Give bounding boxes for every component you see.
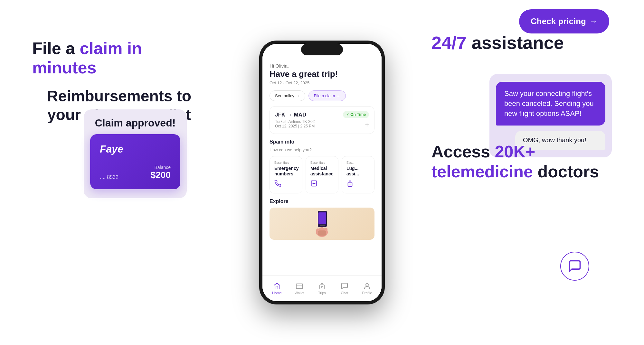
nav-chat[interactable]: Chat bbox=[333, 282, 356, 295]
phone-mockup: Hi Olivia, Have a great trip! Oct 12 - O… bbox=[254, 0, 390, 345]
assistance-headline: 24/7 assistance bbox=[431, 32, 618, 53]
phone-screen: Hi Olivia, Have a great trip! Oct 12 - O… bbox=[262, 44, 382, 301]
ess-label-3: Ess... bbox=[346, 161, 370, 164]
assistant-bubble: Saw your connecting flight's been cancel… bbox=[496, 82, 605, 126]
essential-card-medical[interactable]: Essentials Medical assistance bbox=[306, 156, 338, 193]
nav-home[interactable]: Home bbox=[266, 282, 288, 295]
file-claim-button[interactable]: File a claim → bbox=[308, 90, 346, 101]
flight-info: JFK → MAD Turkish Airlines TK-202 Oct 12… bbox=[275, 112, 315, 128]
nav-wallet[interactable]: Wallet bbox=[288, 282, 311, 295]
chat-icon bbox=[568, 259, 582, 273]
add-flight-button[interactable]: + bbox=[365, 121, 369, 129]
on-time-badge: On Time bbox=[343, 111, 369, 118]
chat-circle-button[interactable] bbox=[560, 252, 589, 281]
luggage-icon bbox=[346, 180, 370, 189]
help-text: How can we help you? bbox=[270, 147, 374, 152]
faye-virtual-card: Faye .... 8532 Balance $200 bbox=[90, 134, 180, 189]
claim-headline: File a claim in minutes bbox=[32, 39, 206, 77]
svg-rect-11 bbox=[318, 230, 326, 236]
spain-info-title: Spain info bbox=[270, 139, 374, 145]
claim-approved-section: Claim approved! Faye .... 8532 Balance $… bbox=[84, 109, 187, 198]
ess-label-1: Essentials bbox=[274, 161, 298, 164]
essentials-row: Essentials Emergency numbers Essentials … bbox=[270, 156, 374, 193]
see-policy-button[interactable]: See policy → bbox=[270, 90, 305, 101]
home-icon bbox=[273, 282, 281, 290]
home-label: Home bbox=[272, 291, 281, 295]
greeting-text: Hi Olivia, bbox=[270, 63, 374, 69]
ess-label-2: Essentials bbox=[310, 161, 334, 164]
nav-trips[interactable]: Trips bbox=[311, 282, 333, 295]
card-name: Faye bbox=[100, 143, 171, 155]
right-top-content: 24/7 assistance bbox=[431, 32, 618, 69]
bottom-navigation: Home Wallet bbox=[262, 275, 382, 301]
trips-icon bbox=[318, 282, 326, 290]
balance-label: Balance bbox=[151, 165, 171, 170]
flight-airline: Turkish Airlines TK-202 bbox=[275, 119, 315, 124]
telemedicine-headline: Access 20K+ telemedicine doctors bbox=[431, 142, 618, 182]
check-pricing-button[interactable]: Check pricing → bbox=[519, 9, 609, 33]
flight-status-section: On Time + bbox=[343, 111, 369, 129]
svg-rect-6 bbox=[320, 225, 325, 226]
essential-card-luggage[interactable]: Ess... Lug... assi... bbox=[342, 156, 374, 193]
greeting-title: Have a great trip! bbox=[270, 69, 374, 79]
card-number: .... 8532 bbox=[100, 174, 118, 180]
essential-card-emergency[interactable]: Essentials Emergency numbers bbox=[270, 156, 302, 193]
claim-card-background: Claim approved! Faye .... 8532 Balance $… bbox=[84, 109, 187, 198]
profile-label: Profile bbox=[362, 291, 372, 295]
flight-route: JFK → MAD bbox=[275, 112, 315, 118]
claim-approved-label: Claim approved! bbox=[90, 117, 180, 129]
ess-title-2: Medical assistance bbox=[310, 166, 334, 177]
phone-icon bbox=[274, 180, 298, 189]
chat-label: Chat bbox=[341, 291, 348, 295]
phone-notch bbox=[301, 44, 343, 55]
flight-datetime: Oct 12, 2025 | 2:25 PM bbox=[275, 124, 315, 128]
svg-rect-13 bbox=[320, 285, 324, 289]
check-pricing-label: Check pricing bbox=[531, 16, 586, 26]
phone-frame: Hi Olivia, Have a great trip! Oct 12 - O… bbox=[259, 41, 385, 304]
svg-rect-12 bbox=[296, 284, 303, 289]
wallet-label: Wallet bbox=[295, 291, 304, 295]
svg-point-16 bbox=[366, 284, 368, 286]
policy-buttons-row: See policy → File a claim → bbox=[270, 90, 374, 101]
explore-image bbox=[270, 208, 374, 240]
profile-icon bbox=[363, 282, 371, 290]
trips-label: Trips bbox=[318, 291, 326, 295]
phone-hand-illustration bbox=[311, 209, 333, 238]
explore-title: Explore bbox=[270, 199, 374, 204]
svg-rect-5 bbox=[318, 212, 326, 224]
telemedicine-section: Access 20K+ telemedicine doctors bbox=[431, 142, 618, 182]
screen-content: Hi Olivia, Have a great trip! Oct 12 - O… bbox=[262, 44, 382, 275]
ess-title-1: Emergency numbers bbox=[274, 166, 298, 177]
flight-card: JFK → MAD Turkish Airlines TK-202 Oct 12… bbox=[270, 106, 374, 134]
trip-dates: Oct 12 - Oct 22, 2025 bbox=[270, 80, 374, 85]
balance-amount: $200 bbox=[151, 170, 171, 180]
chat-nav-icon bbox=[341, 282, 348, 290]
arrow-icon: → bbox=[589, 16, 598, 26]
ess-title-3: Lug... assi... bbox=[346, 166, 370, 177]
nav-profile[interactable]: Profile bbox=[356, 282, 378, 295]
medical-icon bbox=[310, 180, 334, 189]
wallet-icon bbox=[296, 282, 303, 290]
